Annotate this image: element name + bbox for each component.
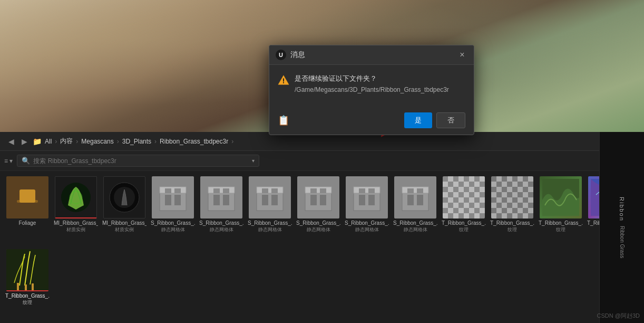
- asset-label-t-ribbon-1: T_Ribbon_Grass_...: [442, 220, 486, 226]
- asset-type-s-ribbon-6: 静态网格体: [404, 226, 427, 233]
- svg-rect-14: [208, 187, 235, 193]
- svg-rect-35: [359, 195, 365, 205]
- breadcrumb-navigation: ◀ ▶ 📁 All › 内容 › Megascans › 3D_Plants ›…: [6, 136, 233, 147]
- asset-type-s-ribbon-3: 静态网格体: [258, 226, 282, 233]
- asset-type-s-ribbon-2: 静态网格体: [210, 226, 233, 233]
- search-icon: 🔍: [22, 157, 30, 165]
- asset-type-s-ribbon-1: 静态网格体: [161, 226, 185, 233]
- asset-label-s-ribbon-1: S_Ribbon_Grass_...: [151, 220, 195, 226]
- svg-rect-9: [165, 188, 171, 193]
- svg-rect-12: [174, 195, 181, 205]
- confirm-yes-button[interactable]: 是: [404, 112, 432, 128]
- svg-rect-36: [368, 195, 375, 205]
- asset-item-foliage[interactable]: Foliage: [4, 175, 51, 246]
- svg-rect-10: [174, 188, 181, 193]
- asset-thumb-t-ribbon-bottom: [6, 249, 48, 291]
- watermark: CSDN @阿赳3D: [597, 312, 640, 320]
- svg-rect-27: [310, 188, 317, 193]
- svg-rect-49: [32, 283, 34, 291]
- svg-rect-29: [310, 195, 317, 205]
- warning-icon: [278, 74, 289, 86]
- dialog-title: 消息: [290, 50, 305, 60]
- filter-button[interactable]: ≡ ▾: [4, 157, 13, 165]
- search-dropdown-button[interactable]: ▾: [252, 158, 255, 164]
- asset-label-s-ribbon-4: S_Ribbon_Grass_...: [296, 220, 340, 226]
- svg-rect-22: [271, 188, 278, 193]
- breadcrumb-ribbon-grass[interactable]: Ribbon_Grass_tbdpec3r: [160, 138, 228, 145]
- asset-type-t-ribbon-2: 纹理: [508, 226, 517, 233]
- svg-rect-8: [160, 187, 186, 193]
- svg-rect-37: [402, 192, 428, 211]
- asset-item-s-ribbon-1[interactable]: S_Ribbon_Grass_... 静态网格体: [150, 175, 196, 246]
- nav-back-button[interactable]: ◀: [6, 136, 16, 147]
- right-sidebar-panel: Ribbon Ribbon Grass: [599, 132, 644, 323]
- search-input-wrapper[interactable]: 🔍 ▾: [17, 155, 259, 167]
- nav-forward-button[interactable]: ▶: [19, 136, 30, 147]
- svg-rect-11: [165, 195, 171, 205]
- asset-type-t-ribbon-3: 纹理: [556, 226, 565, 233]
- dialog-body: 是否继续验证以下文件夹？ /Game/Megascans/3D_Plants/R…: [269, 65, 474, 108]
- asset-item-s-ribbon-5[interactable]: S_Ribbon_Grass_... 静态网格体: [344, 175, 390, 246]
- dialog-path: /Game/Megascans/3D_Plants/Ribbon_Grass_t…: [295, 86, 449, 93]
- svg-rect-23: [262, 195, 268, 205]
- asset-item-s-ribbon-2[interactable]: S_Ribbon_Grass_... 静态网格体: [198, 175, 245, 246]
- asset-item-t-ribbon-3[interactable]: T_Ribbon_Grass_... 纹理: [538, 175, 584, 246]
- asset-label-s-ribbon-2: S_Ribbon_Grass_...: [199, 220, 243, 226]
- asset-label-t-ribbon-bottom: T_Ribbon_Grass_...: [5, 292, 50, 299]
- dialog-title-left: U 消息: [276, 50, 305, 60]
- asset-label-t-ribbon-3: T_Ribbon_Grass_...: [539, 220, 583, 226]
- asset-thumb-s-ribbon-5: [346, 176, 388, 218]
- ribbon-label: Ribbon: [619, 197, 625, 222]
- asset-thumb-foliage: [6, 176, 48, 218]
- asset-item-mi-ribbon-2[interactable]: MI_Ribbon_Grass_... 材质实例: [101, 175, 148, 246]
- ue-logo-icon: U: [276, 50, 286, 60]
- asset-thumb-t-ribbon-1: [443, 176, 485, 218]
- asset-grid: Foliage MI_Ribbon_Grass_... 材质实例: [0, 171, 644, 323]
- confirm-no-button[interactable]: 否: [436, 112, 465, 128]
- second-row-assets: T_Ribbon_Grass_... 纹理: [4, 248, 51, 307]
- asset-item-s-ribbon-6[interactable]: S_Ribbon_Grass_... 静态网格体: [392, 175, 438, 246]
- svg-rect-26: [305, 187, 331, 193]
- search-bar: ≡ ▾ 🔍 ▾: [0, 151, 644, 171]
- breadcrumb-megascans[interactable]: Megascans: [81, 138, 113, 145]
- svg-rect-13: [208, 192, 235, 211]
- asset-item-t-ribbon-1[interactable]: T_Ribbon_Grass_... 纹理: [441, 175, 487, 246]
- asset-item-t-ribbon-bottom[interactable]: T_Ribbon_Grass_... 纹理: [4, 248, 51, 307]
- filter-icon: ≡ ▾: [4, 157, 13, 165]
- folder-icon: 📁: [33, 137, 42, 146]
- asset-label-s-ribbon-5: S_Ribbon_Grass_...: [345, 220, 389, 226]
- svg-rect-25: [305, 192, 331, 211]
- asset-thumb-s-ribbon-4: [297, 176, 339, 218]
- asset-type-mi-ribbon-1: 材质实例: [66, 226, 85, 233]
- asset-type-t-ribbon-1: 纹理: [459, 226, 469, 233]
- svg-rect-7: [160, 192, 186, 211]
- asset-label-mi-ribbon-1: MI_Ribbon_Grass_...: [54, 220, 98, 226]
- dialog-text: 是否继续验证以下文件夹？ /Game/Megascans/3D_Plants/R…: [295, 73, 449, 93]
- asset-item-mi-ribbon-1[interactable]: MI_Ribbon_Grass_... 材质实例: [53, 175, 99, 246]
- asset-thumb-s-ribbon-6: [394, 176, 436, 218]
- svg-rect-2: [19, 189, 35, 203]
- asset-item-t-ribbon-2[interactable]: T_Ribbon_Grass_... 纹理: [489, 175, 535, 246]
- breadcrumb-3dplants[interactable]: 3D_Plants: [122, 138, 151, 145]
- breadcrumb-all[interactable]: All: [45, 138, 52, 145]
- ribbon-grass-label: Ribbon Grass: [619, 226, 625, 258]
- book-icon: 📋: [278, 115, 289, 126]
- asset-label-s-ribbon-3: S_Ribbon_Grass_...: [248, 220, 292, 226]
- asset-item-s-ribbon-4[interactable]: S_Ribbon_Grass_... 静态网格体: [295, 175, 341, 246]
- breadcrumb-content[interactable]: 内容: [60, 137, 73, 146]
- svg-rect-31: [354, 192, 380, 211]
- svg-rect-33: [359, 188, 365, 193]
- svg-rect-16: [223, 188, 229, 193]
- asset-thumb-mi-ribbon-1: [55, 176, 97, 218]
- asset-thumb-s-ribbon-2: [200, 176, 242, 218]
- search-input[interactable]: [33, 157, 249, 165]
- asset-item-s-ribbon-3[interactable]: S_Ribbon_Grass_... 静态网格体: [247, 175, 293, 246]
- asset-label-mi-ribbon-2: MI_Ribbon_Grass_...: [102, 220, 147, 226]
- content-browser-panel: ◀ ▶ 📁 All › 内容 › Megascans › 3D_Plants ›…: [0, 132, 644, 323]
- svg-rect-34: [368, 188, 375, 193]
- asset-thumb-t-ribbon-3: [540, 176, 582, 218]
- svg-rect-30: [320, 195, 326, 205]
- asset-type-t-ribbon-bottom: 纹理: [23, 299, 32, 306]
- dialog-close-button[interactable]: ×: [457, 50, 467, 60]
- svg-rect-48: [25, 284, 27, 291]
